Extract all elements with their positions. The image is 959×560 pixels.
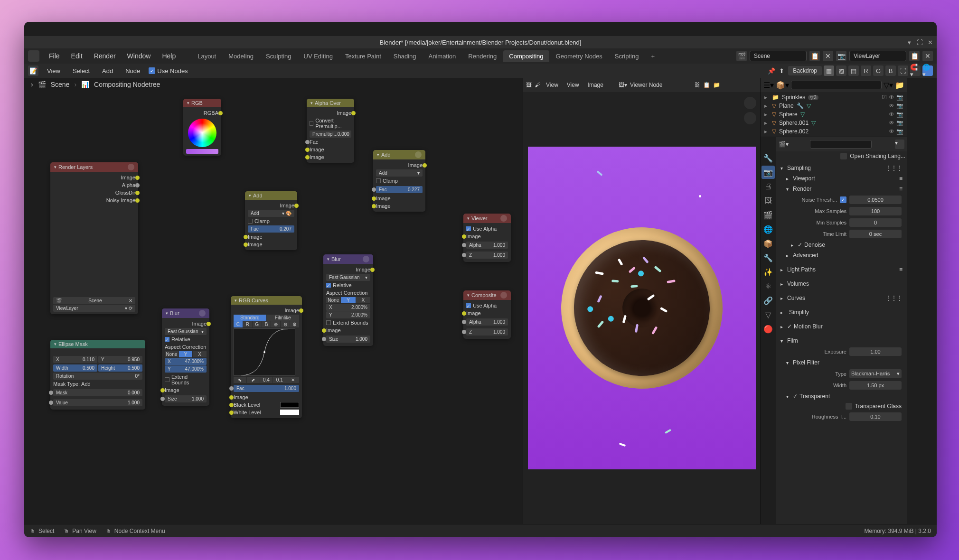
minimize-icon[interactable]: ▾ xyxy=(905,38,913,46)
outliner-item-sphere-002[interactable]: ▸▽Sphere.002 👁📷 xyxy=(762,127,905,136)
motion-blur-checkbox[interactable]: ✓ xyxy=(787,323,792,330)
camera-icon[interactable]: 📷 xyxy=(896,103,903,109)
breadcrumb-scene[interactable]: Scene xyxy=(51,81,70,88)
nt-select[interactable]: Select xyxy=(69,66,94,76)
pan-icon[interactable] xyxy=(744,112,756,124)
tab-constraint-icon[interactable]: 🔗 xyxy=(762,294,775,307)
eye-icon[interactable]: 👁 xyxy=(889,111,894,118)
eye-icon[interactable]: 👁 xyxy=(889,103,894,109)
scene-browse-icon[interactable]: 🎬 xyxy=(736,51,747,61)
nt-add[interactable]: Add xyxy=(98,66,117,76)
scene-field[interactable]: 🎬Scene✕ xyxy=(53,297,135,304)
eye-icon[interactable]: 👁 xyxy=(889,128,894,135)
channel-r-icon[interactable]: R xyxy=(861,65,871,76)
overlay-icon[interactable]: 🌐▾ xyxy=(922,65,933,76)
node-blur-1[interactable]: ▾Blur Image Fast Gaussian▾ ✓Relative Asp… xyxy=(162,308,209,406)
curve-editor[interactable] xyxy=(234,328,295,376)
menu-file[interactable]: File xyxy=(44,50,65,62)
tab-rendering[interactable]: Rendering xyxy=(462,50,502,62)
node-viewer[interactable]: ▾Viewer ✓Use Alpha Image Alpha1.000 Z1.0… xyxy=(463,214,511,262)
section-simplify[interactable]: ▸Simplify xyxy=(780,307,903,317)
tab-data-icon[interactable]: ▽ xyxy=(762,308,775,321)
roughness-value[interactable]: 0.10 xyxy=(849,412,902,421)
pin-icon[interactable]: 📌 xyxy=(768,67,775,75)
img-unlink-icon[interactable]: ⛓ xyxy=(695,82,700,88)
zoom-icon[interactable] xyxy=(744,97,756,109)
tab-render-icon[interactable]: 📷 xyxy=(762,166,775,179)
transparent-glass-checkbox[interactable] xyxy=(846,403,852,410)
delete-viewlayer-icon[interactable]: ✕ xyxy=(922,51,933,61)
img-mode-icon[interactable]: 🖌 xyxy=(535,82,540,88)
maximize-icon[interactable]: ⛶ xyxy=(916,38,923,46)
section-pixel-filter[interactable]: ▾Pixel Filter xyxy=(780,357,903,368)
max-samples-value[interactable]: 100 xyxy=(849,207,902,215)
prop-engine-icon[interactable]: 🎬▾ xyxy=(779,141,789,148)
blur2-method-field[interactable]: Fast Gaussian▾ xyxy=(326,274,370,281)
camera-icon[interactable]: 📷 xyxy=(896,94,903,101)
img-open-icon[interactable]: 📁 xyxy=(713,82,720,88)
channel-color-icon[interactable]: ▦ xyxy=(824,65,834,76)
viewlayer-browse-icon[interactable]: 📷 xyxy=(836,51,846,61)
node-add-2[interactable]: ▾Add Image Add▾ Clamp Fac0.227 Image Ima… xyxy=(373,150,425,212)
section-advanced[interactable]: ▸Advanced xyxy=(780,250,903,261)
prop-search[interactable] xyxy=(810,140,872,149)
add-tab-icon[interactable]: + xyxy=(645,50,660,62)
delete-scene-icon[interactable]: ✕ xyxy=(823,51,833,61)
fit-icon[interactable]: ⛶ xyxy=(898,65,908,76)
tab-shading[interactable]: Shading xyxy=(388,50,422,62)
curve-x-field[interactable]: 0.4 xyxy=(260,377,273,383)
snap-icon[interactable]: 🧲▾ xyxy=(910,65,921,76)
tab-tool-icon[interactable]: 🔧 xyxy=(762,151,775,165)
section-volumes[interactable]: ▸Volumes xyxy=(780,279,903,289)
menu-help[interactable]: Help xyxy=(157,50,180,62)
channel-g-icon[interactable]: G xyxy=(873,65,884,76)
blur-method-field[interactable]: Fast Gaussian▾ xyxy=(165,328,207,335)
camera-icon[interactable]: 📷 xyxy=(896,120,903,126)
tab-viewlayer-icon[interactable]: 🖼 xyxy=(762,194,775,207)
section-viewport[interactable]: ▸Viewport≡ xyxy=(780,173,903,184)
tab-scene-icon[interactable]: 🎬 xyxy=(762,208,775,222)
denoise-checkbox[interactable]: ✓ xyxy=(798,242,802,248)
node-ellipse-mask[interactable]: ▾Ellipse Mask X0.110Y0.950 Width0.500Hei… xyxy=(50,340,145,410)
filter-width-value[interactable]: 1.50 px xyxy=(849,381,902,390)
nt-view[interactable]: View xyxy=(43,66,64,76)
color-swatch[interactable] xyxy=(186,149,218,154)
section-motion-blur[interactable]: ▸✓Motion Blur xyxy=(780,321,903,332)
color-wheel[interactable] xyxy=(188,119,216,147)
outliner-type-icon[interactable]: ☰▾ xyxy=(763,81,774,90)
new-viewlayer-icon[interactable]: 📋 xyxy=(909,51,920,61)
editor-type-icon[interactable]: 📝 xyxy=(28,65,38,76)
tab-world-icon[interactable]: 🌐 xyxy=(762,223,775,236)
blend-mode-field-2[interactable]: Add▾ xyxy=(376,169,423,177)
section-render[interactable]: ▾Render≡ xyxy=(780,184,903,194)
node-rgb-curves[interactable]: ▾RGB Curves Image StandardFilmlike CRGB⊕… xyxy=(231,296,302,418)
section-light-paths[interactable]: ▸Light Paths≡ xyxy=(780,264,903,275)
nt-node[interactable]: Node xyxy=(122,66,144,76)
filter-type-value[interactable]: Blackman-Harris▾ xyxy=(849,369,902,378)
prop-options-icon[interactable]: ▾ xyxy=(895,140,904,149)
breadcrumb-tree[interactable]: Compositing Nodetree xyxy=(94,81,160,88)
section-film[interactable]: ▾Film xyxy=(780,336,903,346)
tab-geometry[interactable]: Geometry Nodes xyxy=(550,50,608,62)
tab-modeling[interactable]: Modeling xyxy=(223,50,259,62)
checkbox-icon[interactable]: ☑ xyxy=(882,94,887,101)
outliner-item-sprinkles[interactable]: ▸📁Sprinkles▽3 ☑👁📷 xyxy=(762,93,905,102)
section-sampling[interactable]: ▾Sampling⋮⋮⋮ xyxy=(780,163,903,173)
layer-field[interactable]: ViewLayer▾ ⟳ xyxy=(53,305,135,312)
section-denoise[interactable]: ▸✓Denoise xyxy=(780,240,903,250)
outliner-item-sphere[interactable]: ▸▽Sphere▽ 👁📷 xyxy=(762,110,905,119)
channel-rgba-icon[interactable]: ▤ xyxy=(848,65,859,76)
tab-modifier-icon[interactable]: 🔧 xyxy=(762,251,775,264)
scene-input[interactable] xyxy=(750,51,807,61)
section-transparent[interactable]: ▾✓Transparent xyxy=(780,391,903,401)
curve-y-field[interactable]: 0.1 xyxy=(273,377,286,383)
node-alpha-over[interactable]: ▾Alpha Over Image Convert Premultip... P… xyxy=(307,99,354,163)
tab-object-icon[interactable]: 📦 xyxy=(762,237,775,250)
camera-icon[interactable]: 📷 xyxy=(896,128,903,135)
tab-animation[interactable]: Animation xyxy=(423,50,462,62)
parent-tree-icon[interactable]: ⬆ xyxy=(777,67,786,75)
eye-icon[interactable]: 👁 xyxy=(889,94,894,101)
outliner-search[interactable] xyxy=(791,81,882,89)
tab-layout[interactable]: Layout xyxy=(192,50,222,62)
menu-render[interactable]: Render xyxy=(89,50,121,62)
